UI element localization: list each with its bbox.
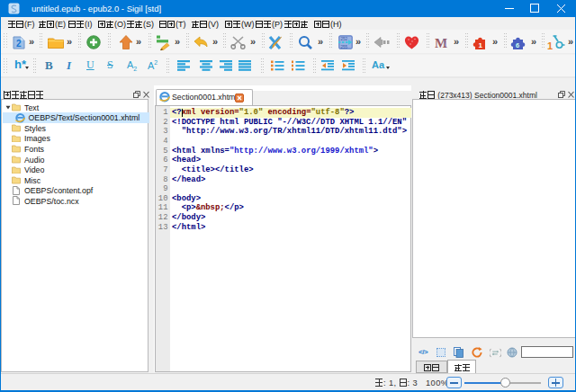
svg-text:1: 1 — [479, 41, 483, 49]
svg-text:2: 2 — [16, 39, 22, 49]
svg-text:6: 6 — [516, 41, 519, 49]
svg-text:1: 1 — [547, 40, 553, 50]
svg-text:255: 255 — [341, 45, 348, 49]
svg-text:252: 252 — [341, 37, 348, 41]
